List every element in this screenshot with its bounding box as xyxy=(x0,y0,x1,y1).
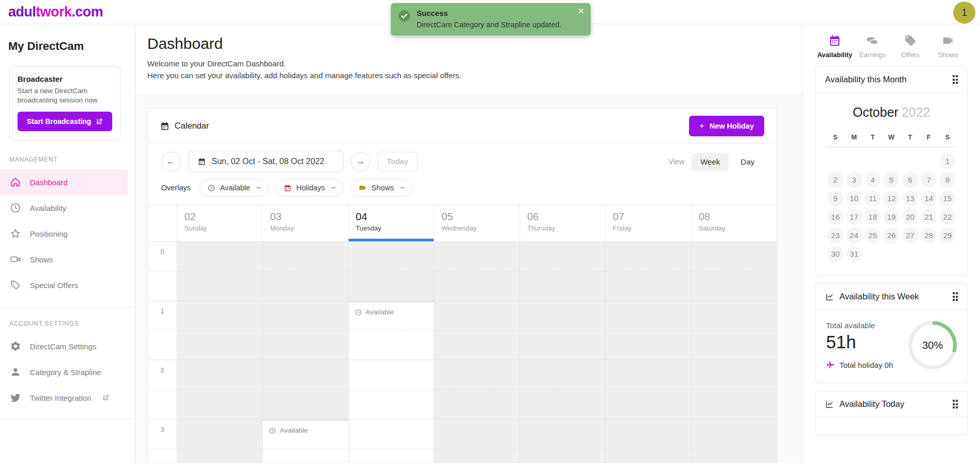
drag-handle-icon[interactable] xyxy=(953,292,958,301)
external-link-icon xyxy=(100,394,111,402)
overlay-pill-available[interactable]: Available− xyxy=(199,179,269,197)
broadcaster-card-title: Broadcaster xyxy=(18,75,112,83)
sidebar-item-label: Dashboard xyxy=(30,178,67,187)
star-icon xyxy=(10,228,21,239)
mini-date[interactable]: 10 xyxy=(846,190,862,206)
sidebar-item-shows[interactable]: Shows xyxy=(0,246,135,272)
sidebar-item-directcam-settings[interactable]: DirectCam Settings xyxy=(0,333,135,359)
sidebar-divider xyxy=(0,307,135,308)
mini-date[interactable]: 19 xyxy=(883,209,899,225)
mini-date[interactable]: 5 xyxy=(883,172,899,188)
mini-date[interactable]: 25 xyxy=(865,227,881,243)
mini-date[interactable]: 7 xyxy=(921,172,937,188)
mini-date[interactable]: 20 xyxy=(902,209,918,225)
day-header-tuesday-selected[interactable]: 04Tuesday xyxy=(348,205,434,241)
day-header-wednesday[interactable]: 05Wednesday xyxy=(434,205,519,241)
day-header-monday[interactable]: 03Monday xyxy=(262,205,348,241)
line-chart-icon xyxy=(825,400,834,409)
line-chart-icon xyxy=(825,292,834,301)
day-column-tuesday[interactable]: Available xyxy=(348,242,434,462)
weekday-header-row: SMTWTFS xyxy=(826,133,957,147)
mini-date[interactable]: 11 xyxy=(865,190,881,206)
mini-date[interactable]: 8 xyxy=(939,172,955,188)
availability-event[interactable]: Available xyxy=(263,419,348,462)
management-section-header: MANAGEMENT xyxy=(9,156,135,163)
day-column-wednesday[interactable] xyxy=(434,242,519,462)
day-header-sunday[interactable]: 02Sunday xyxy=(177,205,262,241)
adultwork-logo[interactable]: adultwork.com xyxy=(8,4,103,20)
mini-date[interactable]: 6 xyxy=(902,172,918,188)
overlay-pill-holidays[interactable]: Holidays− xyxy=(276,179,343,197)
sidebar-item-dashboard[interactable]: Dashboard xyxy=(0,169,128,195)
mini-date[interactable]: 29 xyxy=(939,227,955,243)
start-broadcasting-button[interactable]: Start Broadcasting xyxy=(18,112,112,131)
avatar[interactable]: 1 xyxy=(953,2,975,24)
mini-date[interactable]: 13 xyxy=(902,190,918,206)
mini-date[interactable]: 14 xyxy=(921,190,937,206)
arrow-left-icon: ← xyxy=(167,156,176,167)
close-icon[interactable]: ✕ xyxy=(578,7,584,15)
mini-date[interactable]: 26 xyxy=(883,227,899,243)
mini-date[interactable]: 15 xyxy=(939,190,955,206)
calendar-icon xyxy=(829,34,841,47)
day-column-thursday[interactable] xyxy=(520,242,605,462)
mini-date xyxy=(921,153,937,169)
overlay-pill-shows[interactable]: Shows− xyxy=(350,179,412,197)
tab-availability[interactable]: Availability xyxy=(816,34,853,59)
mini-date[interactable]: 28 xyxy=(921,227,937,243)
time-gutter: 0 1 2 3 xyxy=(148,242,177,462)
view-label: View xyxy=(668,157,684,166)
mini-date[interactable]: 2 xyxy=(828,172,844,188)
mini-date[interactable]: 22 xyxy=(939,209,955,225)
next-week-button[interactable]: → xyxy=(351,152,370,171)
availability-month-card: Availability this Month October2022 SMTW… xyxy=(815,66,968,276)
sidebar-item-special-offers[interactable]: Special Offers xyxy=(0,272,135,298)
sidebar-item-availability[interactable]: Availability xyxy=(0,195,135,221)
today-button[interactable]: Today xyxy=(377,152,418,171)
day-column-sunday[interactable] xyxy=(177,242,262,462)
tab-earnings[interactable]: Earnings xyxy=(854,34,891,59)
mini-date[interactable]: 23 xyxy=(828,227,844,243)
mini-date[interactable]: 27 xyxy=(902,227,918,243)
day-header-friday[interactable]: 07Friday xyxy=(605,205,691,241)
new-holiday-button[interactable]: + New Holiday xyxy=(689,116,764,136)
mini-date[interactable]: 3 xyxy=(846,172,862,188)
day-column-monday[interactable]: Available xyxy=(262,242,348,462)
mini-date[interactable]: 24 xyxy=(846,227,862,243)
mini-date[interactable]: 21 xyxy=(921,209,937,225)
arrow-right-icon: → xyxy=(356,156,365,167)
mini-date[interactable]: 1 xyxy=(939,153,955,169)
calendar-card-title: Calendar xyxy=(160,121,209,131)
mini-date[interactable]: 30 xyxy=(828,246,844,262)
sidebar-item-positioning[interactable]: Positioning xyxy=(0,221,135,246)
previous-week-button[interactable]: ← xyxy=(161,152,181,171)
tab-shows[interactable]: Shows xyxy=(930,34,967,59)
sidebar-item-twitter-integration[interactable]: Twitter Integration xyxy=(0,385,135,411)
mini-date[interactable]: 12 xyxy=(883,190,899,206)
card-title: Availability this Week xyxy=(839,292,919,301)
day-header-thursday[interactable]: 06Thursday xyxy=(520,205,605,241)
view-option-day[interactable]: Day xyxy=(732,153,763,171)
overlays-label: Overlays xyxy=(161,184,191,192)
drag-handle-icon[interactable] xyxy=(953,75,958,84)
mini-date[interactable]: 18 xyxy=(865,209,881,225)
sidebar-item-category-strapline[interactable]: Category & Strapline xyxy=(0,359,135,385)
avatar-label: 1 xyxy=(961,7,967,19)
day-column-friday[interactable] xyxy=(605,242,691,462)
mini-date[interactable]: 9 xyxy=(828,190,844,206)
mini-date[interactable]: 31 xyxy=(846,246,862,262)
mini-date[interactable]: 17 xyxy=(846,209,862,225)
availability-event[interactable]: Available xyxy=(349,301,434,462)
date-range-picker[interactable]: Sun, 02 Oct - Sat, 08 Oct 2022 xyxy=(188,151,343,172)
mini-date[interactable]: 16 xyxy=(828,209,844,225)
mini-date[interactable]: 4 xyxy=(865,172,881,188)
gear-icon xyxy=(10,341,21,352)
show-camera-icon xyxy=(358,184,367,192)
time-gutter-header xyxy=(148,205,177,241)
day-column-saturday[interactable] xyxy=(691,242,777,462)
tab-offers[interactable]: Offers xyxy=(892,34,929,59)
availability-week-card: Availability this Week Total available 5… xyxy=(815,283,968,383)
view-option-week[interactable]: Week xyxy=(692,153,729,171)
drag-handle-icon[interactable] xyxy=(953,400,958,408)
day-header-saturday[interactable]: 08Saturday xyxy=(691,205,777,241)
